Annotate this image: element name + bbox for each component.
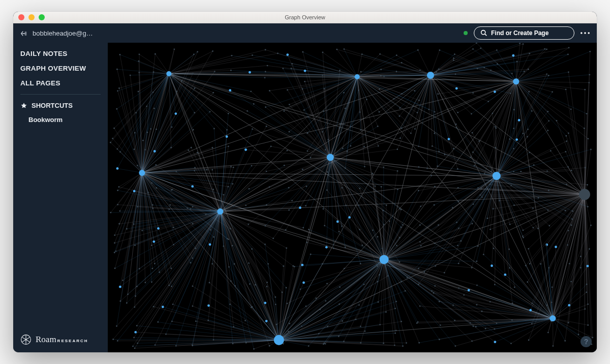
svg-line-777 (464, 295, 553, 318)
svg-point-1628 (457, 245, 459, 246)
graph-canvas[interactable]: ? (108, 43, 597, 352)
shortcut-item[interactable]: Bookworm (13, 113, 108, 127)
svg-point-1827 (504, 274, 506, 276)
svg-point-1379 (173, 73, 175, 75)
close-window-button[interactable] (18, 14, 24, 20)
svg-point-1850 (455, 124, 457, 125)
svg-line-515 (279, 321, 343, 340)
svg-line-879 (279, 81, 516, 340)
svg-point-1937 (114, 252, 115, 253)
svg-line-493 (384, 259, 491, 301)
svg-line-1011 (471, 81, 516, 114)
svg-line-613 (116, 173, 142, 251)
maximize-window-button[interactable] (39, 14, 45, 20)
svg-point-1458 (193, 129, 194, 131)
svg-point-1563 (210, 209, 211, 211)
search-input[interactable]: Find or Create Page (474, 26, 574, 40)
collapse-sidebar-icon[interactable] (20, 30, 27, 37)
svg-point-1407 (212, 92, 214, 94)
svg-point-1499 (472, 151, 474, 153)
svg-point-1580 (532, 207, 534, 209)
svg-point-1573 (399, 208, 401, 209)
svg-line-1059 (438, 166, 497, 176)
star-icon (20, 102, 27, 109)
svg-point-1546 (381, 186, 382, 188)
svg-point-1756 (418, 342, 420, 344)
svg-point-1483 (170, 147, 172, 148)
svg-point-1944 (544, 48, 545, 49)
svg-point-1409 (250, 90, 252, 92)
svg-line-824 (169, 53, 278, 74)
svg-line-210 (551, 150, 585, 194)
svg-point-1902 (423, 271, 425, 272)
svg-point-1368 (454, 53, 455, 55)
help-button[interactable]: ? (581, 336, 592, 347)
svg-point-1785 (194, 170, 195, 171)
svg-point-1886 (483, 67, 485, 68)
svg-point-1817 (291, 200, 293, 201)
svg-point-1658 (529, 263, 531, 264)
svg-point-1839 (290, 68, 292, 69)
svg-line-586 (431, 43, 476, 75)
svg-point-1631 (508, 249, 510, 250)
svg-point-1591 (248, 223, 249, 225)
svg-line-1289 (169, 74, 254, 104)
svg-point-1509 (175, 171, 177, 172)
svg-point-1700 (339, 304, 340, 305)
svg-point-1617 (251, 248, 253, 250)
svg-point-1638 (151, 267, 153, 269)
svg-line-837 (516, 48, 569, 81)
svg-point-1584 (118, 223, 120, 225)
svg-point-1848 (571, 218, 573, 220)
more-menu-button[interactable] (581, 32, 590, 34)
svg-line-892 (384, 176, 497, 260)
nav-graph-overview[interactable]: GRAPH OVERVIEW (13, 61, 108, 76)
svg-point-1691 (172, 304, 174, 305)
nav-daily-notes[interactable]: DAILY NOTES (13, 46, 108, 61)
svg-line-634 (516, 81, 527, 137)
svg-point-1981 (110, 211, 111, 213)
svg-point-1729 (401, 321, 402, 322)
account-label[interactable]: bobbleheadjoe@g… (33, 29, 93, 37)
svg-line-2 (26, 338, 29, 340)
svg-point-1646 (301, 264, 303, 266)
svg-point-1488 (270, 145, 272, 147)
svg-point-1583 (587, 206, 589, 207)
svg-point-1870 (336, 49, 338, 50)
svg-point-1750 (308, 345, 310, 347)
svg-line-957 (250, 72, 357, 77)
svg-point-1950 (147, 192, 149, 193)
svg-point-1975 (292, 265, 294, 267)
svg-point-1709 (512, 302, 513, 304)
svg-line-887 (330, 157, 585, 194)
svg-line-1322 (255, 285, 279, 340)
shortcuts-header-label: SHORTCUTS (32, 102, 73, 109)
svg-line-1315 (193, 340, 279, 346)
svg-point-1834 (453, 59, 454, 61)
svg-point-1925 (213, 236, 215, 238)
svg-line-806 (516, 43, 520, 81)
svg-point-1913 (566, 140, 567, 142)
svg-point-1776 (116, 148, 118, 149)
nav-all-pages[interactable]: ALL PAGES (13, 76, 108, 90)
svg-point-1731 (440, 324, 441, 326)
svg-point-1504 (565, 151, 566, 153)
svg-line-1165 (326, 259, 384, 300)
svg-point-1536 (191, 185, 194, 188)
svg-line-1183 (302, 259, 384, 326)
minimize-window-button[interactable] (28, 14, 35, 20)
svg-point-1795 (115, 250, 116, 252)
svg-line-825 (484, 81, 516, 173)
svg-point-1596 (341, 225, 343, 227)
svg-point-1634 (567, 244, 568, 246)
svg-point-1826 (509, 138, 510, 140)
svg-line-1080 (266, 157, 330, 205)
svg-point-1896 (132, 345, 134, 347)
svg-point-1522 (418, 166, 419, 168)
svg-point-1387 (322, 74, 323, 76)
svg-point-1763 (553, 345, 554, 347)
svg-point-1491 (325, 149, 326, 150)
svg-line-222 (252, 157, 330, 166)
svg-point-1818 (291, 63, 293, 65)
svg-point-1404 (152, 92, 154, 93)
